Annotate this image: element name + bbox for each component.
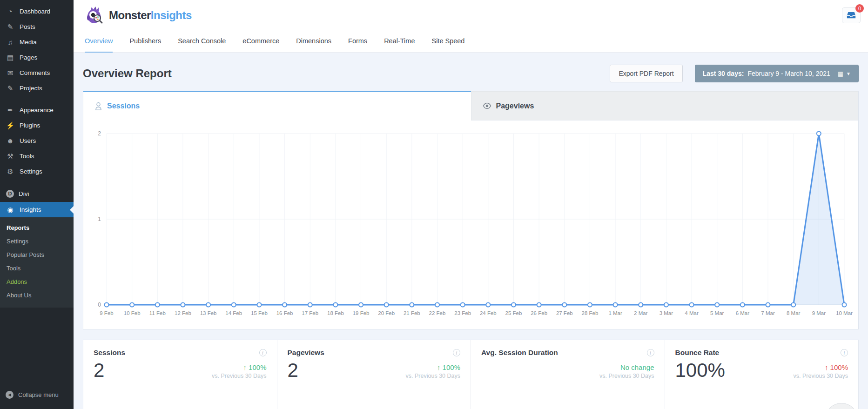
chart-marker[interactable] [410,303,414,307]
pushpin-icon: ✎ [6,85,15,92]
submenu-item-settings[interactable]: Settings [0,235,74,248]
chart-marker[interactable] [308,303,312,307]
sidebar-item-comments[interactable]: ✉Comments [0,65,74,80]
chart-marker[interactable] [740,303,745,307]
x-axis-label: 26 Feb [531,310,547,316]
pages-icon: ▤ [6,54,15,61]
chart-marker[interactable] [766,303,770,307]
submenu-item-about-us[interactable]: About Us [0,288,74,302]
chart-marker[interactable] [690,303,694,307]
collapse-menu-label: Collapse menu [18,391,59,398]
chart-marker[interactable] [511,303,516,307]
x-axis-label: 23 Feb [454,310,471,316]
stat-versus-label: vs. Previous 30 Days [599,373,654,379]
chart-marker[interactable] [130,303,134,307]
monsterinsights-topbar: MonsterInsights 0 [74,0,868,31]
x-axis-label: 22 Feb [429,310,446,316]
tab-search-console[interactable]: Search Console [178,31,226,53]
chart-marker[interactable] [435,303,439,307]
chart-marker[interactable] [283,303,287,307]
tab-pageviews[interactable]: Pageviews [471,91,859,121]
x-axis-label: 8 Mar [787,310,801,316]
chart-marker[interactable] [486,303,490,307]
date-range-button[interactable]: Last 30 days: February 9 - March 10, 202… [695,65,859,82]
sidebar-item-projects[interactable]: ✎Projects [0,80,74,96]
chart-marker[interactable] [384,303,389,307]
chart-marker[interactable] [232,303,236,307]
sidebar-item-label: Comments [20,69,50,76]
stat-card-sessions: Sessionsi2↑ 100%vs. Previous 30 Days [83,340,277,409]
chart-marker[interactable] [817,132,821,136]
stat-card-header: Avg. Session Durationi [481,349,654,357]
sidebar-item-label: Posts [20,23,35,30]
notifications-inbox-button[interactable]: 0 [842,7,861,23]
info-icon[interactable]: i [259,349,267,356]
sidebar-item-posts[interactable]: ✎Posts [0,19,74,34]
submenu-item-addons[interactable]: Addons [0,275,74,288]
chart-marker[interactable] [206,303,210,307]
chart-marker[interactable] [105,303,109,307]
report-actions: Export PDF Report Last 30 days: February… [610,65,859,82]
stat-comparison: ↑ 100%vs. Previous 30 Days [794,363,848,379]
chart-marker[interactable] [664,303,668,307]
chart-marker[interactable] [181,303,185,307]
sidebar-item-divi[interactable]: DDivi [0,186,74,202]
chart-marker[interactable] [155,303,160,307]
tab-real-time[interactable]: Real-Time [384,31,415,53]
info-icon[interactable]: i [453,349,460,356]
chart-marker[interactable] [537,303,541,307]
sidebar-item-tools[interactable]: ⚒Tools [0,148,74,164]
tab-overview[interactable]: Overview [85,31,113,53]
sidebar-item-dashboard[interactable]: ◔Dashboard [0,4,74,19]
sidebar-item-appearance[interactable]: ✒Appearance [0,102,74,118]
stat-card-header: Bounce Ratei [675,349,848,357]
chart-marker[interactable] [842,303,847,307]
export-pdf-button[interactable]: Export PDF Report [610,65,682,82]
chart-marker[interactable] [791,303,795,307]
sidebar-item-media[interactable]: ♫Media [0,34,74,50]
chart-marker[interactable] [562,303,566,307]
tab-ecommerce[interactable]: eCommerce [242,31,279,53]
sidebar-item-pages[interactable]: ▤Pages [0,50,74,65]
sidebar-item-insights[interactable]: ◉Insights [0,202,74,217]
sidebar-item-label: Dashboard [20,8,50,15]
tab-publishers[interactable]: Publishers [129,31,161,53]
chart-marker[interactable] [588,303,592,307]
sidebar-item-plugins[interactable]: ⚡Plugins [0,118,74,133]
report-nav-tabs: OverviewPublishersSearch ConsoleeCommerc… [74,31,868,53]
brand-insights-text: Insights [151,9,192,21]
tab-sessions[interactable]: Sessions [83,91,471,121]
chart-marker[interactable] [257,303,261,307]
x-axis-label: 24 Feb [480,310,497,316]
dashboard-icon: ◔ [6,8,15,15]
submenu-item-reports[interactable]: Reports [0,221,74,235]
sidebar-item-users[interactable]: ☻Users [0,133,74,148]
x-axis-label: 12 Feb [175,310,191,316]
chart-marker[interactable] [359,303,363,307]
sidebar-item-settings[interactable]: ⚙Settings [0,164,74,179]
sidebar-item-label: Divi [19,190,29,197]
chart-marker[interactable] [639,303,643,307]
submenu-item-popular-posts[interactable]: Popular Posts [0,248,74,261]
submenu-item-tools[interactable]: Tools [0,261,74,275]
comment-icon: ✉ [6,69,15,76]
info-icon[interactable]: i [841,349,848,356]
sidebar-item-label: Insights [20,206,41,213]
chart-marker[interactable] [333,303,337,307]
tab-forms[interactable]: Forms [348,31,367,53]
x-axis-label: 20 Feb [378,310,395,316]
chart-marker[interactable] [613,303,618,307]
tab-dimensions[interactable]: Dimensions [296,31,331,53]
stat-title: Sessions [94,349,125,357]
chart-marker[interactable] [715,303,719,307]
stat-title: Bounce Rate [675,349,720,357]
summary-stats-row: Sessionsi2↑ 100%vs. Previous 30 DaysPage… [83,340,859,409]
collapse-menu-button[interactable]: ◀ Collapse menu [0,387,74,402]
tab-site-speed[interactable]: Site Speed [431,31,464,53]
chart-marker[interactable] [461,303,465,307]
info-icon[interactable]: i [647,349,654,356]
stat-change: ↑ 100% [406,363,460,371]
sidebar-item-label: Plugins [20,122,40,129]
tab-pageviews-label: Pageviews [496,102,534,110]
sidebar-menu: ◔Dashboard✎Posts♫Media▤Pages✉Comments✎Pr… [0,0,74,308]
